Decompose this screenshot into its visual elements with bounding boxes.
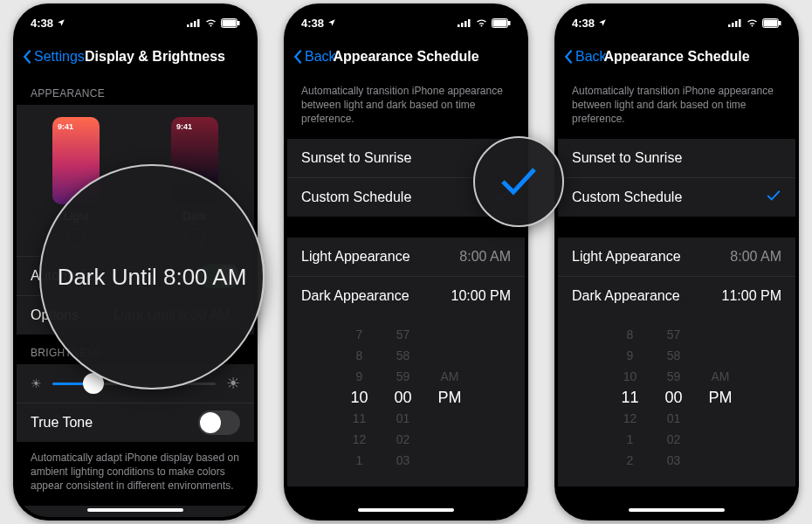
appearance-dark[interactable]: 9:41 Dark xyxy=(171,117,218,247)
radio-unchecked-icon xyxy=(66,228,86,247)
picker-hour[interactable]: 8 9 10 11 12 1 2 xyxy=(621,326,638,469)
time-picker[interactable]: 8 9 10 11 12 1 2 57 58 59 00 01 02 03 xyxy=(558,315,795,486)
brightness-high-icon: ☀︎ xyxy=(226,374,240,393)
picker-meridiem[interactable]: AM PM xyxy=(438,326,462,469)
radio-unchecked-icon xyxy=(185,228,204,247)
wifi-icon xyxy=(475,18,488,27)
location-icon xyxy=(57,18,65,27)
svg-rect-6 xyxy=(238,21,240,24)
wifi-icon xyxy=(746,18,759,27)
signal-icon xyxy=(187,18,201,27)
svg-rect-20 xyxy=(780,21,781,24)
svg-rect-14 xyxy=(728,24,731,27)
brightness-low-icon: ☀︎ xyxy=(31,376,42,390)
svg-rect-5 xyxy=(223,20,236,26)
svg-rect-0 xyxy=(187,24,189,27)
svg-rect-13 xyxy=(509,21,511,24)
back-label: Settings xyxy=(34,49,85,65)
light-appearance-row[interactable]: Light Appearance 8:00 AM xyxy=(558,238,795,276)
picker-minute[interactable]: 57 58 59 00 01 02 03 xyxy=(395,326,412,469)
svg-rect-1 xyxy=(190,23,193,27)
automatic-switch[interactable] xyxy=(198,264,240,288)
battery-icon xyxy=(762,18,781,28)
home-indicator[interactable] xyxy=(358,508,454,512)
signal-icon xyxy=(728,18,742,27)
home-indicator[interactable] xyxy=(629,508,725,512)
svg-rect-16 xyxy=(735,21,738,27)
svg-rect-12 xyxy=(493,20,506,26)
signal-icon xyxy=(458,18,471,27)
svg-rect-15 xyxy=(732,23,734,27)
page-title: Display & Brightness xyxy=(85,49,225,65)
chevron-right-icon: › xyxy=(236,307,240,323)
checkmark-icon xyxy=(495,190,511,205)
back-button[interactable]: Back xyxy=(558,49,607,65)
sunset-sunrise-row[interactable]: Sunset to Sunrise xyxy=(287,139,525,177)
picker-hour[interactable]: 7 8 9 10 11 12 1 xyxy=(350,326,368,469)
page-title: Appearance Schedule xyxy=(603,49,749,65)
back-button[interactable]: Back xyxy=(287,49,336,65)
brightness-header: BRIGHTNESS xyxy=(17,334,254,364)
wifi-icon xyxy=(204,18,217,27)
appearance-selector: 9:41 Light 9:41 Dark xyxy=(17,105,254,256)
status-time: 4:38 xyxy=(301,17,324,30)
schedule-desc: Automatically transition iPhone appearan… xyxy=(287,75,525,139)
time-picker[interactable]: 7 8 9 10 11 12 1 57 58 59 00 01 02 03 xyxy=(287,315,525,486)
back-label: Back xyxy=(575,49,607,65)
sunset-sunrise-row[interactable]: Sunset to Sunrise xyxy=(558,139,795,177)
dark-appearance-row[interactable]: Dark Appearance 11:00 PM xyxy=(558,276,795,315)
notch xyxy=(354,7,458,26)
page-title: Appearance Schedule xyxy=(333,49,478,65)
svg-rect-10 xyxy=(468,19,471,27)
brightness-slider-row: ☀︎ ☀︎ xyxy=(17,364,254,403)
phone-appearance-schedule-b: 4:38 Back Appearance Schedule Automatica… xyxy=(554,3,799,521)
status-time: 4:38 xyxy=(572,17,595,30)
automatic-row: Automatic xyxy=(17,257,254,295)
battery-icon xyxy=(221,18,240,28)
options-value: Dark Until 8:00 AM xyxy=(114,307,230,323)
home-indicator[interactable] xyxy=(87,508,183,512)
brightness-slider[interactable] xyxy=(52,383,216,385)
appearance-header: APPEARANCE xyxy=(17,75,254,105)
svg-rect-17 xyxy=(739,19,741,27)
phone-display-brightness: 4:38 Settings Display & Brightness APPEA… xyxy=(13,3,258,521)
battery-icon xyxy=(492,18,511,28)
svg-rect-9 xyxy=(464,21,467,27)
svg-rect-19 xyxy=(764,20,777,26)
location-icon xyxy=(327,18,336,27)
phone-appearance-schedule-a: 4:38 Back Appearance Schedule Automatica… xyxy=(284,3,528,521)
true-tone-row: True Tone xyxy=(17,403,254,442)
picker-meridiem[interactable]: AM PM xyxy=(709,326,733,469)
true-tone-desc: Automatically adapt iPhone display based… xyxy=(17,442,254,506)
back-label: Back xyxy=(305,49,336,65)
status-time: 4:38 xyxy=(31,17,53,30)
notch xyxy=(83,7,188,26)
svg-rect-2 xyxy=(194,21,196,27)
picker-minute[interactable]: 57 58 59 00 01 02 03 xyxy=(665,326,683,469)
checkmark-icon xyxy=(766,190,781,205)
schedule-desc: Automatically transition iPhone appearan… xyxy=(558,75,795,139)
notch xyxy=(624,7,729,26)
custom-schedule-row[interactable]: Custom Schedule xyxy=(287,177,525,217)
options-row[interactable]: Options Dark Until 8:00 AM › xyxy=(17,295,254,334)
svg-rect-3 xyxy=(197,19,200,27)
svg-rect-8 xyxy=(461,23,464,27)
location-icon xyxy=(598,18,607,27)
light-appearance-row[interactable]: Light Appearance 8:00 AM xyxy=(287,238,525,276)
custom-schedule-row[interactable]: Custom Schedule xyxy=(558,177,795,217)
svg-rect-7 xyxy=(458,24,460,27)
true-tone-switch[interactable] xyxy=(198,410,240,435)
appearance-light[interactable]: 9:41 Light xyxy=(52,117,100,247)
dark-appearance-row[interactable]: Dark Appearance 10:00 PM xyxy=(287,276,525,315)
back-button[interactable]: Settings xyxy=(17,49,85,65)
